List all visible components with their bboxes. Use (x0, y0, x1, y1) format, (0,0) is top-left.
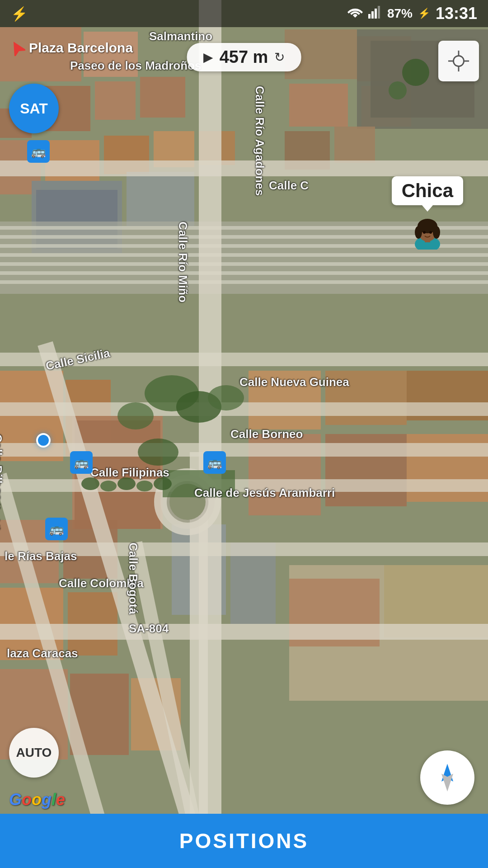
svg-rect-81 (371, 11, 374, 19)
svg-rect-4 (95, 81, 136, 120)
positions-bar[interactable]: POSITIONS (0, 814, 488, 868)
svg-rect-7 (289, 84, 348, 127)
svg-rect-30 (0, 262, 488, 266)
svg-point-75 (81, 477, 99, 490)
svg-rect-61 (0, 479, 488, 492)
svg-rect-58 (0, 353, 488, 366)
svg-point-78 (136, 481, 153, 491)
svg-rect-62 (0, 542, 488, 556)
auto-label: AUTO (16, 745, 52, 760)
svg-point-79 (154, 477, 172, 490)
sat-label: SAT (20, 100, 48, 117)
google-logo: Google (9, 790, 65, 809)
battery-percentage: 87% (387, 6, 413, 21)
svg-point-73 (208, 385, 244, 410)
signal-icon (368, 6, 382, 22)
svg-rect-74 (163, 470, 235, 497)
compass-arrow-icon (432, 762, 463, 793)
chica-popup[interactable]: Chica (392, 176, 463, 250)
svg-point-12 (402, 59, 429, 86)
plaza-barcelona-label: Plaza Barcelona (9, 40, 133, 56)
crosshair-icon (447, 50, 470, 72)
distance-text: 457 m (220, 47, 268, 67)
wifi-icon (347, 6, 363, 22)
svg-rect-57 (0, 160, 488, 176)
svg-point-72 (138, 439, 178, 466)
plaza-barcelona-text: Plaza Barcelona (29, 40, 133, 56)
svg-rect-31 (0, 271, 488, 275)
positions-label: POSITIONS (179, 829, 309, 853)
svg-point-95 (433, 226, 440, 239)
bus-stop-2[interactable]: 🚌 (70, 451, 93, 474)
charging-icon: ⚡ (418, 8, 430, 19)
svg-point-77 (117, 477, 136, 490)
chica-avatar (409, 213, 446, 250)
current-location-dot (36, 433, 51, 448)
svg-point-85 (453, 56, 464, 66)
distance-indicator: ▶ 457 m ↻ (187, 43, 301, 71)
svg-rect-21 (334, 127, 375, 163)
svg-rect-82 (375, 9, 377, 19)
play-icon: ▶ (203, 50, 213, 65)
svg-rect-80 (368, 14, 371, 19)
svg-rect-5 (140, 77, 185, 118)
bus-stop-4[interactable]: 🚌 (45, 518, 68, 540)
auto-button[interactable]: AUTO (9, 728, 59, 778)
svg-rect-37 (249, 371, 321, 429)
svg-rect-38 (325, 371, 407, 425)
svg-point-94 (415, 226, 422, 239)
compass-button[interactable] (420, 750, 474, 805)
svg-rect-24 (127, 172, 194, 226)
bus-stop-3[interactable]: 🚌 (203, 451, 226, 474)
navigation-arrow-icon (9, 40, 25, 56)
svg-point-97 (429, 231, 432, 234)
bus-stop-1[interactable]: 🚌 (27, 140, 50, 163)
chica-label: Chica (392, 176, 463, 205)
sat-button[interactable]: SAT (9, 84, 59, 133)
svg-point-96 (423, 231, 426, 234)
refresh-icon: ↻ (274, 50, 285, 65)
clock: 13:31 (436, 4, 477, 23)
svg-point-13 (389, 81, 407, 99)
svg-rect-83 (378, 6, 380, 19)
usb-icon: ⚡ (11, 6, 28, 22)
svg-rect-29 (0, 253, 488, 257)
svg-rect-63 (0, 624, 488, 640)
svg-rect-32 (0, 280, 488, 284)
chica-text: Chica (402, 180, 453, 201)
svg-point-76 (100, 481, 117, 491)
svg-point-71 (117, 402, 154, 429)
status-bar: ⚡ 87% ⚡ 13:31 (0, 0, 488, 27)
svg-marker-84 (9, 40, 25, 56)
location-button[interactable] (438, 41, 479, 81)
